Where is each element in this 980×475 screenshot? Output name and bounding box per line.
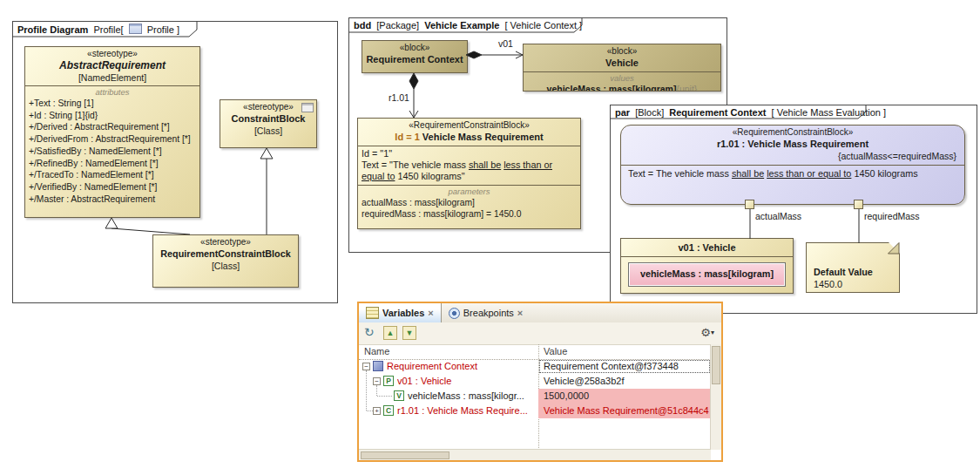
attribute-line: +/Derived : AbstractRequirement [*] [29,121,198,133]
block-name: Id = 1 Vehicle Mass Requirement [358,131,580,144]
parameter-line: requiredMass : mass[kilogram] = 1450.0 [362,208,578,221]
attribute-line: +/Master : AbstractRequirement [29,193,198,206]
dropdown-arrow-icon: ▾ [711,329,714,336]
attribute-line: +/VerifiedBy : NamedElement [*] [29,181,198,193]
association-label-v01[interactable]: v01 [498,38,513,49]
scrollbar-thumb[interactable] [361,451,449,459]
row-name: v01 : Vehicle [397,376,537,386]
bdd-diagram-tab[interactable]: bdd [Package] Vehicle Example [ Vehicle … [349,18,589,32]
metaclass-label: [Class] [220,126,316,137]
par-diagram-tab[interactable]: par [Block] Requirement Context [ Vehicl… [611,105,893,119]
row-value: Vehicle@258a3b2f [538,374,711,389]
vertical-scrollbar[interactable] [710,344,721,450]
requiredmass-port[interactable] [854,200,863,209]
glossary-term: less than or equal to [767,168,851,179]
column-header-value[interactable]: Value [544,346,567,356]
attribute-line: +/SatisfiedBy : NamedElement [*] [29,146,198,158]
row-name: Requirement Context [387,361,537,371]
diagram-kind-label: par [615,107,630,118]
metaclass-label: [Class] [153,261,298,272]
requirement-context-block[interactable]: «block» Requirement Context [362,40,468,73]
gear-icon: ⚙ [700,326,711,339]
class-icon [301,103,314,112]
text-segment: Text = "The vehicle mass [362,159,466,170]
text-segment: 1450 kilograms" [397,171,464,181]
row-value-violation: Vehicle Mass Requirement@51c844c4 [538,404,711,418]
collapse-all-icon[interactable]: ▼ [402,326,416,340]
profile-diagram-tab[interactable]: Profile Diagram Profile[ Profile ] [13,22,186,37]
view-menu-button[interactable]: ⚙▾ [700,326,714,339]
attribute-line: +/TracedTo : NamedElement [*] [29,169,198,181]
note-value: 1450.0 [814,278,899,290]
collapse-expander[interactable]: − [373,377,381,385]
requirement-text-line: Text = The vehicle mass shall be less th… [621,166,964,180]
diagram-context-label: Profile[ [93,24,123,35]
default-value-note[interactable]: Default Value 1450.0 [806,242,900,293]
instance-icon [373,361,383,371]
constraint-block-stereotype-box[interactable]: «stereotype» ConstraintBlock [Class] [220,99,317,148]
parameter-line: actualMass : mass[kilogram] [362,197,578,209]
tab-variables[interactable]: Variables × [359,303,442,322]
requirement-text-line: Text = "The vehicle mass shall be less t… [362,159,577,182]
metaclass-label: [NamedElement] [25,72,199,84]
constraint-expression: {actualMass<=requiredMass} [621,151,964,163]
vehicle-mass-requirement-block[interactable]: «RequirementConstraintBlock» Id = 1 Vehi… [357,118,581,229]
variables-icon [366,307,379,319]
diagram-metatype-label: [Block] [635,107,664,118]
property-label: vehicleMass : mass[kilogram] [640,268,774,279]
glossary-term: shall be [469,159,501,170]
scrollbar-thumb[interactable] [712,346,720,384]
close-icon[interactable]: × [428,308,433,318]
stereotype-name: ConstraintBlock [220,112,316,126]
attributes-list: +Text : String [1] +Id : String [1]{id} … [25,97,199,205]
constraint-property-shape[interactable]: «RequirementConstraintBlock» r1.01 : Veh… [620,125,965,205]
diagram-kind-label: Profile Diagram [17,24,88,35]
association-label-r101[interactable]: r1.01 [389,92,409,103]
parameters-list: actualMass : mass[kilogram] requiredMass… [358,196,580,221]
diagram-name-label: Profile ] [147,24,179,35]
stereotype-label: «stereotype» [153,235,298,248]
actualmass-port[interactable] [745,200,754,209]
diagram-name-label: [ Vehicle Mass Evaluation ] [772,107,886,118]
values-compartment-label: values [524,72,720,83]
stereotype-label: «RequirementConstraintBlock» [621,126,964,138]
unit-tag: {unit} [676,84,697,92]
vehicle-mass-property-highlighted[interactable]: vehicleMass : mass[kilogram] [628,262,786,287]
export-value-icon[interactable]: ▲ [383,326,397,340]
vehicle-part-shape[interactable]: v01 : Vehicle vehicleMass : mass[kilogra… [620,238,794,294]
attribute-line: +/RefinedBy : NamedElement [*] [29,158,198,170]
vehicle-block[interactable]: «block» Vehicle values vehicleMass : mas… [523,44,721,92]
diagram-metatype-label: [Package] [376,20,419,31]
stereotype-label: «RequirementConstraintBlock» [358,119,580,131]
tab-breakpoints-label: Breakpoints [463,308,514,318]
collapse-expander[interactable]: − [362,363,370,370]
binding-label-requiredmass[interactable]: requiredMass [864,211,920,221]
horizontal-scrollbar[interactable] [359,449,711,460]
requirement-id-line: Id = "1" [362,148,577,159]
abstract-requirement-stereotype-box[interactable]: «stereotype» AbstractRequirement [NamedE… [24,46,200,218]
table-row-v01-vehicle[interactable]: − P v01 : Vehicle Vehicle@258a3b2f [359,374,711,389]
requirement-id-badge: Id = 1 [395,132,419,142]
canvas: Profile Diagram Profile[ Profile ] «ster… [0,0,980,475]
expand-expander[interactable]: + [373,407,381,415]
tab-breakpoints[interactable]: Breakpoints × [442,303,531,322]
table-row-requirement-context[interactable]: − Requirement Context Requirement Contex… [359,359,711,374]
breakpoints-icon [449,308,460,319]
requirement-constraint-block-stereotype-box[interactable]: «stereotype» RequirementConstraintBlock … [152,234,299,288]
note-fold-corner-icon [888,242,900,254]
binding-label-actualmass[interactable]: actualMass [755,211,801,221]
compartment-separator [621,256,793,257]
diagram-owner-label: Requirement Context [669,107,766,118]
diagram-name-label: [ Vehicle Context ] [505,20,583,31]
row-value-violation: 1500,0000 [538,389,711,404]
column-header-name[interactable]: Name [364,346,389,356]
part-name: v01 : Vehicle [621,239,793,254]
stereotype-label: «block» [362,41,467,53]
block-name: Requirement Context [362,53,467,66]
block-name: Vehicle [524,57,720,70]
tab-variables-label: Variables [382,308,424,318]
table-row-vehiclemass[interactable]: V vehicleMass : mass[kilogr... 1500,0000 [359,389,711,404]
refresh-icon[interactable]: ↻ [364,325,375,339]
close-icon[interactable]: × [517,308,523,318]
table-row-r101-requirement[interactable]: + C r1.01 : Vehicle Mass Require... Vehi… [359,404,711,418]
